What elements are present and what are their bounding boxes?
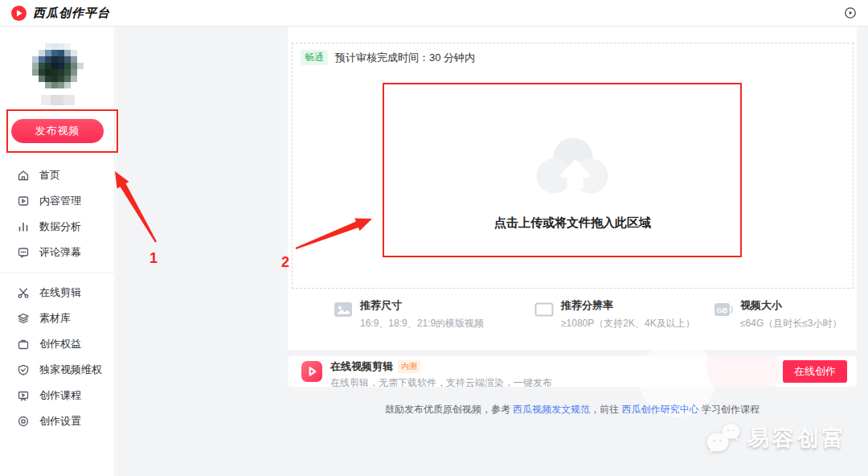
avatar[interactable] — [32, 42, 84, 89]
sidebar-item-creator-settings[interactable]: 创作设置 — [0, 408, 114, 434]
wechat-icon — [704, 419, 743, 458]
spec-desc: ≤64G（且时长≤3小时） — [740, 317, 842, 330]
sidebar-item-label: 首页 — [39, 168, 60, 183]
sidebar-item-label: 评论弹幕 — [39, 245, 81, 260]
svg-text:GB: GB — [717, 306, 728, 314]
footer-text: ，前往 — [590, 404, 621, 415]
banner-decorative-circle — [706, 356, 780, 387]
sidebar-item-label: 独家视频维权 — [39, 363, 102, 377]
sidebar-item-home[interactable]: 首页 — [0, 162, 114, 188]
review-time-text: 预计审核完成时间：30 分钟内 — [335, 51, 475, 65]
online-create-button[interactable]: 在线创作 — [783, 360, 847, 383]
footer-note: 鼓励发布优质原创视频，参考 西瓜视频发文规范，前往 西瓜创作研究中心 学习创作课… — [288, 403, 857, 416]
sidebar-item-label: 在线剪辑 — [39, 285, 81, 300]
top-bar: 西瓜创作平台 — [0, 0, 868, 27]
status-badge: 畅通 — [301, 50, 328, 65]
banner-desc: 在线剪辑，无需下载软件，支持云端渲染，一键发布 — [330, 376, 552, 387]
link-publishing-guidelines[interactable]: 西瓜视频发文规范 — [513, 404, 590, 415]
sidebar-item-creator-courses[interactable]: 创作课程 — [0, 383, 114, 408]
bar-chart-icon — [17, 220, 30, 233]
spec-recommended-size: 推荐尺寸 16:9、18:9、21:9的横版视频 — [334, 298, 484, 330]
sidebar-nav: 首页 内容管理 数据分析 评论弹幕 在线剪辑 素材库 — [0, 162, 114, 434]
spec-desc: ≥1080P（支持2K、4K及以上） — [561, 317, 695, 330]
upload-dropzone[interactable]: 畅通 预计审核完成时间：30 分钟内 点击上传或将文件拖入此区域 — [292, 43, 854, 289]
beta-badge: 内测 — [398, 360, 420, 373]
shield-check-icon — [17, 363, 30, 376]
spec-recommended-resolution: 推荐分辨率 ≥1080P（支持2K、4K及以上） — [534, 298, 695, 330]
link-creation-research-center[interactable]: 西瓜创作研究中心 — [622, 404, 699, 415]
gb-size-icon: GB — [714, 300, 733, 319]
home-icon — [17, 169, 30, 182]
xigua-logo-icon[interactable] — [11, 6, 27, 21]
scissors-icon — [17, 286, 30, 299]
sidebar-item-exclusive-rights[interactable]: 独家视频维权 — [0, 357, 114, 383]
sidebar-item-label: 数据分析 — [39, 220, 81, 234]
sidebar-item-comments[interactable]: 评论弹幕 — [0, 240, 114, 265]
sidebar-item-media-library[interactable]: 素材库 — [0, 306, 114, 331]
sidebar-item-label: 素材库 — [39, 311, 71, 326]
sidebar: 发布视频 首页 内容管理 数据分析 评论弹幕 在线剪辑 — [0, 27, 115, 476]
briefcase-icon — [17, 338, 30, 351]
circle-play-icon[interactable] — [844, 6, 857, 19]
upload-card: 畅通 预计审核完成时间：30 分钟内 点击上传或将文件拖入此区域 — [288, 27, 857, 350]
spec-title: 推荐尺寸 — [360, 298, 484, 313]
xigua-creation-platform-page: 西瓜创作平台 发布视频 首页 — [0, 0, 868, 476]
video-folder-icon — [17, 195, 30, 207]
sidebar-item-data-analytics[interactable]: 数据分析 — [0, 214, 114, 240]
main-content: 畅通 预计审核完成时间：30 分钟内 点击上传或将文件拖入此区域 — [116, 27, 868, 476]
user-name-blurred — [41, 95, 75, 105]
spec-video-size: GB 视频大小 ≤64G（且时长≤3小时） — [714, 298, 842, 330]
sidebar-item-content-management[interactable]: 内容管理 — [0, 188, 114, 214]
banner-title: 在线视频剪辑 — [330, 359, 393, 374]
banner-text-block: 在线视频剪辑 内测 在线剪辑，无需下载软件，支持云端渲染，一键发布 — [330, 359, 552, 387]
review-status-row: 畅通 预计审核完成时间：30 分钟内 — [301, 50, 475, 65]
picture-icon — [334, 300, 353, 319]
footer-text: 学习创作课程 — [699, 404, 760, 415]
spec-desc: 16:9、18:9、21:9的横版视频 — [360, 317, 484, 330]
sidebar-item-online-editing[interactable]: 在线剪辑 — [0, 280, 114, 306]
watermark: 易容创富 — [704, 419, 847, 458]
sidebar-item-label: 创作课程 — [39, 388, 81, 403]
sidebar-item-creator-benefits[interactable]: 创作权益 — [0, 331, 114, 357]
settings-icon — [17, 415, 30, 428]
spec-title: 视频大小 — [740, 298, 842, 313]
online-editing-banner: 在线视频剪辑 内测 在线剪辑，无需下载软件，支持云端渲染，一键发布 在线创作 — [288, 356, 857, 387]
sidebar-item-label: 创作权益 — [39, 337, 81, 351]
dropzone-label[interactable]: 点击上传或将文件拖入此区域 — [293, 215, 853, 231]
comment-icon — [17, 246, 30, 259]
layers-icon — [17, 312, 30, 325]
sidebar-item-label: 创作设置 — [39, 414, 81, 429]
presentation-icon — [17, 389, 30, 402]
spec-title: 推荐分辨率 — [561, 298, 695, 313]
watermark-text: 易容创富 — [747, 424, 847, 453]
app-title: 西瓜创作平台 — [33, 6, 110, 21]
sidebar-divider — [0, 273, 114, 273]
play-square-icon — [301, 361, 322, 382]
footer-text: 鼓励发布优质原创视频，参考 — [385, 404, 513, 415]
publish-video-button[interactable]: 发布视频 — [11, 119, 104, 143]
cloud-upload-icon — [531, 132, 615, 203]
monitor-icon — [534, 300, 554, 319]
sidebar-item-label: 内容管理 — [39, 194, 81, 208]
